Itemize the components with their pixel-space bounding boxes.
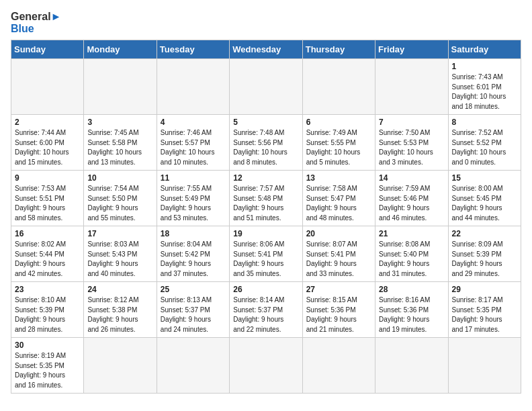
day-number: 6: [306, 118, 371, 127]
day-number: 7: [379, 118, 444, 127]
day-number: 12: [233, 173, 298, 183]
calendar-cell: 14Sunrise: 7:59 AM Sunset: 5:46 PM Dayli…: [375, 171, 448, 226]
calendar-cell: [448, 338, 521, 394]
day-number: 22: [452, 229, 517, 238]
day-info: Sunrise: 7:57 AM Sunset: 5:48 PM Dayligh…: [233, 184, 298, 223]
weekday-header-monday: Monday: [84, 40, 157, 59]
logo-general: General►: [11, 11, 61, 23]
calendar-cell: 1Sunrise: 7:43 AM Sunset: 6:01 PM Daylig…: [448, 59, 521, 115]
calendar-cell: [11, 59, 84, 115]
week-row-5: 23Sunrise: 8:10 AM Sunset: 5:39 PM Dayli…: [11, 282, 521, 338]
week-row-4: 16Sunrise: 8:02 AM Sunset: 5:44 PM Dayli…: [11, 226, 521, 282]
calendar-cell: [157, 59, 229, 115]
calendar-cell: [375, 338, 448, 394]
day-info: Sunrise: 7:54 AM Sunset: 5:50 PM Dayligh…: [87, 184, 152, 223]
calendar-cell: 25Sunrise: 8:13 AM Sunset: 5:37 PM Dayli…: [157, 282, 229, 338]
calendar-cell: 28Sunrise: 8:16 AM Sunset: 5:36 PM Dayli…: [375, 282, 448, 338]
calendar-cell: 2Sunrise: 7:44 AM Sunset: 6:00 PM Daylig…: [11, 115, 84, 171]
day-info: Sunrise: 7:48 AM Sunset: 5:56 PM Dayligh…: [233, 128, 298, 167]
calendar-cell: 22Sunrise: 8:09 AM Sunset: 5:39 PM Dayli…: [448, 226, 521, 282]
day-info: Sunrise: 7:45 AM Sunset: 5:58 PM Dayligh…: [87, 128, 152, 167]
calendar-cell: [84, 338, 157, 394]
calendar-cell: [302, 59, 375, 115]
day-number: 24: [87, 285, 152, 294]
weekday-header-sunday: Sunday: [11, 40, 84, 59]
calendar-cell: 3Sunrise: 7:45 AM Sunset: 5:58 PM Daylig…: [84, 115, 157, 171]
day-info: Sunrise: 8:12 AM Sunset: 5:38 PM Dayligh…: [87, 295, 152, 334]
day-number: 20: [306, 229, 371, 238]
day-info: Sunrise: 8:14 AM Sunset: 5:37 PM Dayligh…: [233, 295, 298, 334]
calendar-cell: [375, 59, 448, 115]
day-info: Sunrise: 7:50 AM Sunset: 5:53 PM Dayligh…: [379, 128, 444, 167]
day-number: 4: [161, 118, 226, 127]
day-info: Sunrise: 7:55 AM Sunset: 5:49 PM Dayligh…: [161, 184, 226, 223]
calendar-cell: 9Sunrise: 7:53 AM Sunset: 5:51 PM Daylig…: [11, 171, 84, 226]
day-number: 3: [87, 118, 152, 127]
calendar-cell: 24Sunrise: 8:12 AM Sunset: 5:38 PM Dayli…: [84, 282, 157, 338]
week-row-1: 1Sunrise: 7:43 AM Sunset: 6:01 PM Daylig…: [11, 59, 521, 115]
day-number: 27: [306, 285, 371, 294]
calendar-cell: 23Sunrise: 8:10 AM Sunset: 5:39 PM Dayli…: [11, 282, 84, 338]
day-info: Sunrise: 7:52 AM Sunset: 5:52 PM Dayligh…: [452, 128, 517, 167]
weekday-header-row: SundayMondayTuesdayWednesdayThursdayFrid…: [11, 40, 521, 59]
day-number: 21: [379, 229, 444, 238]
calendar-cell: 8Sunrise: 7:52 AM Sunset: 5:52 PM Daylig…: [448, 115, 521, 171]
day-info: Sunrise: 7:43 AM Sunset: 6:01 PM Dayligh…: [452, 73, 517, 111]
calendar-cell: 17Sunrise: 8:03 AM Sunset: 5:43 PM Dayli…: [84, 226, 157, 282]
calendar-cell: 26Sunrise: 8:14 AM Sunset: 5:37 PM Dayli…: [230, 282, 302, 338]
day-number: 25: [161, 285, 226, 294]
day-number: 15: [452, 173, 517, 183]
day-info: Sunrise: 8:16 AM Sunset: 5:36 PM Dayligh…: [379, 295, 444, 334]
calendar-cell: [157, 338, 229, 394]
calendar-cell: 30Sunrise: 8:19 AM Sunset: 5:35 PM Dayli…: [11, 338, 84, 394]
day-info: Sunrise: 8:03 AM Sunset: 5:43 PM Dayligh…: [87, 240, 152, 279]
logo-text: General► Blue: [11, 11, 61, 34]
calendar-cell: [230, 59, 302, 115]
calendar-cell: 19Sunrise: 8:06 AM Sunset: 5:41 PM Dayli…: [230, 226, 302, 282]
calendar-cell: 7Sunrise: 7:50 AM Sunset: 5:53 PM Daylig…: [375, 115, 448, 171]
calendar-cell: [230, 338, 302, 394]
day-number: 17: [87, 229, 152, 238]
calendar-cell: 6Sunrise: 7:49 AM Sunset: 5:55 PM Daylig…: [302, 115, 375, 171]
day-number: 23: [15, 285, 80, 294]
calendar-cell: 15Sunrise: 8:00 AM Sunset: 5:45 PM Dayli…: [448, 171, 521, 226]
day-info: Sunrise: 8:17 AM Sunset: 5:35 PM Dayligh…: [452, 295, 517, 334]
day-number: 30: [15, 340, 80, 350]
logo-blue: Blue: [11, 23, 61, 35]
logo: General► Blue: [11, 11, 61, 34]
day-info: Sunrise: 8:07 AM Sunset: 5:41 PM Dayligh…: [306, 240, 371, 279]
day-number: 18: [161, 229, 226, 238]
day-info: Sunrise: 7:44 AM Sunset: 6:00 PM Dayligh…: [15, 128, 80, 167]
weekday-header-tuesday: Tuesday: [157, 40, 229, 59]
day-info: Sunrise: 7:58 AM Sunset: 5:47 PM Dayligh…: [306, 184, 371, 223]
day-info: Sunrise: 8:13 AM Sunset: 5:37 PM Dayligh…: [161, 295, 226, 334]
day-number: 13: [306, 173, 371, 183]
header: General► Blue: [11, 11, 521, 34]
day-info: Sunrise: 7:53 AM Sunset: 5:51 PM Dayligh…: [15, 184, 80, 223]
day-info: Sunrise: 7:46 AM Sunset: 5:57 PM Dayligh…: [161, 128, 226, 167]
calendar-cell: [84, 59, 157, 115]
calendar-cell: 4Sunrise: 7:46 AM Sunset: 5:57 PM Daylig…: [157, 115, 229, 171]
calendar-cell: 5Sunrise: 7:48 AM Sunset: 5:56 PM Daylig…: [230, 115, 302, 171]
day-number: 8: [452, 118, 517, 127]
calendar-table: SundayMondayTuesdayWednesdayThursdayFrid…: [11, 40, 521, 394]
day-number: 5: [233, 118, 298, 127]
day-info: Sunrise: 8:04 AM Sunset: 5:42 PM Dayligh…: [161, 240, 226, 279]
calendar-cell: 11Sunrise: 7:55 AM Sunset: 5:49 PM Dayli…: [157, 171, 229, 226]
day-number: 2: [15, 118, 80, 127]
day-number: 1: [452, 62, 517, 71]
weekday-header-wednesday: Wednesday: [230, 40, 302, 59]
week-row-2: 2Sunrise: 7:44 AM Sunset: 6:00 PM Daylig…: [11, 115, 521, 171]
calendar-cell: 16Sunrise: 8:02 AM Sunset: 5:44 PM Dayli…: [11, 226, 84, 282]
day-number: 26: [233, 285, 298, 294]
week-row-6: 30Sunrise: 8:19 AM Sunset: 5:35 PM Dayli…: [11, 338, 521, 394]
day-number: 14: [379, 173, 444, 183]
day-number: 10: [87, 173, 152, 183]
day-info: Sunrise: 8:19 AM Sunset: 5:35 PM Dayligh…: [15, 351, 80, 390]
day-info: Sunrise: 7:49 AM Sunset: 5:55 PM Dayligh…: [306, 128, 371, 167]
day-number: 11: [161, 173, 226, 183]
day-number: 19: [233, 229, 298, 238]
day-info: Sunrise: 8:00 AM Sunset: 5:45 PM Dayligh…: [452, 184, 517, 223]
calendar-cell: [302, 338, 375, 394]
calendar-cell: 12Sunrise: 7:57 AM Sunset: 5:48 PM Dayli…: [230, 171, 302, 226]
